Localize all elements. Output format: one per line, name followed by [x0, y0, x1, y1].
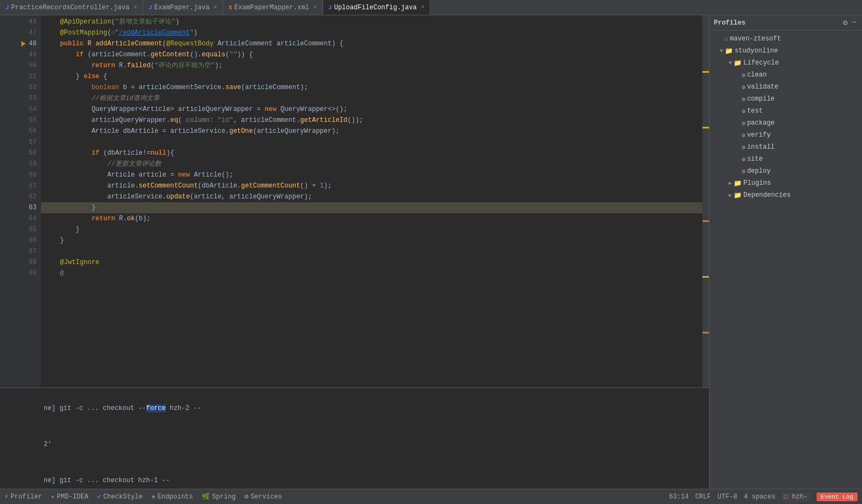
status-spring[interactable]: 🌿 Spring [202, 493, 236, 501]
tree-item-validate[interactable]: ⚙ validate [709, 81, 862, 93]
gear-icon: ⚙ [742, 72, 746, 79]
maven-tree[interactable]: ☑ maven-ztesoft ▼ 📁 studyonline ▼ 📁 Life… [709, 31, 862, 489]
expand-icon: ▶ [729, 192, 732, 198]
close-icon[interactable]: × [314, 4, 317, 10]
code-content[interactable]: @ApiOperation("新增文章贴子评论") @PostMapping(☉… [41, 15, 702, 388]
expand-icon: ▼ [720, 48, 723, 54]
close-icon[interactable]: × [214, 4, 217, 10]
code-line-47: @PostMapping(☉"/addArticleComment") [41, 27, 702, 38]
tree-item-package[interactable]: ⚙ package [709, 117, 862, 129]
gear-icon: ⚙ [742, 144, 746, 151]
code-line-48: public R addArticleComment(@RequestBody … [41, 38, 702, 49]
scrollbar-marker [702, 127, 709, 128]
line-ending[interactable]: CRLF [695, 493, 711, 501]
left-gutter [0, 15, 11, 388]
tab-label: ExamPaper.java [154, 4, 209, 11]
gear-icon: ⚙ [742, 120, 746, 127]
terminal-area: ne] git -c ... checkout --force hzh-2 --… [0, 388, 709, 489]
encoding-label: UTF-8 [718, 493, 737, 501]
scrollbar-marker [702, 71, 709, 73]
profiler-label: Profiler [10, 493, 42, 501]
tree-item-lifecycle[interactable]: ▼ 📁 Lifecycle [709, 57, 862, 69]
code-line-63: } [41, 202, 702, 213]
editor-scrollbar[interactable] [702, 15, 709, 388]
close-panel-icon[interactable]: − [851, 18, 858, 27]
status-profiler[interactable]: ⚡ Profiler [4, 493, 42, 501]
gear-icon: ⚙ [742, 156, 746, 163]
tab-label: ExamPaperMapper.xml [234, 4, 309, 11]
code-container: 46 47 48 49 50 51 52 53 54 55 56 57 58 5… [0, 15, 709, 388]
code-line-64: return R.ok(b); [41, 213, 702, 224]
terminal-line-1: ne] git -c ... checkout --force hzh-2 -- [4, 390, 705, 426]
code-line-54: QueryWrapper<Article> articleQueryWrappe… [41, 104, 702, 115]
right-panel: Profiles ⚙ − ☑ maven-ztesoft ▼ 📁 studyon… [709, 15, 862, 489]
settings-icon[interactable]: ⚙ [842, 18, 848, 27]
terminal-line-2: 2' [4, 426, 705, 462]
folder-icon: 📁 [734, 191, 742, 200]
code-line-50: return R.failed("评论内容不能为空"); [41, 60, 702, 71]
profiler-icon: ⚡ [4, 493, 8, 501]
panel-header: Profiles ⚙ − [709, 15, 862, 31]
code-line-52: boolean b = articleCommentService.save(a… [41, 82, 702, 93]
pmd-label: PMD-IDEA [57, 493, 89, 501]
code-line-67 [41, 246, 702, 257]
tree-item-verify[interactable]: ⚙ verify [709, 129, 862, 141]
tree-item-site[interactable]: ⚙ site [709, 153, 862, 165]
code-line-46: @ApiOperation("新增文章贴子评论") [41, 16, 702, 27]
status-endpoints[interactable]: ◈ Endpoints [151, 493, 193, 501]
tree-item-dependencies[interactable]: ▶ 📁 Dependencies [709, 189, 862, 201]
tree-item-maven-ztesoft[interactable]: ☑ maven-ztesoft [709, 33, 862, 45]
tab-practice-records[interactable]: J PracticeRecordsController.java × [0, 0, 143, 15]
panel-icons: ⚙ − [842, 18, 858, 27]
main-area: 46 47 48 49 50 51 52 53 54 55 56 57 58 5… [0, 15, 862, 489]
tree-item-install[interactable]: ⚙ install [709, 141, 862, 153]
code-line-59: //更新文章评论数 [41, 159, 702, 169]
tab-exam-paper-mapper[interactable]: X ExamPaperMapper.xml × [223, 0, 322, 15]
services-icon: ⚙ [244, 493, 248, 501]
status-checkstyle[interactable]: ✔ CheckStyle [97, 493, 143, 501]
close-icon[interactable]: × [134, 4, 137, 10]
tree-item-studyonline[interactable]: ▼ 📁 studyonline [709, 45, 862, 57]
status-bar: ⚡ Profiler ✦ PMD-IDEA ✔ CheckStyle ◈ End… [0, 489, 862, 504]
tab-exam-paper[interactable]: J ExamPaper.java × [143, 0, 223, 15]
code-line-55: articleQueryWrapper.eq( column: "id", ar… [41, 115, 702, 126]
indent-setting[interactable]: 4 spaces [744, 493, 776, 501]
encoding[interactable]: UTF-8 [718, 493, 737, 501]
expand-icon: ▼ [729, 60, 732, 66]
code-line-58: if (dbArticle!=null){ [41, 148, 702, 159]
folder-icon: 📁 [734, 179, 742, 187]
checkbox-icon: ☑ [724, 35, 728, 43]
event-log-button[interactable]: Event Log [817, 493, 858, 501]
cursor-position: 63:14 [669, 493, 689, 501]
close-icon[interactable]: × [421, 4, 424, 10]
spring-icon: 🌿 [202, 493, 210, 501]
services-label: Services [250, 493, 282, 501]
event-log-label: Event Log [821, 494, 853, 500]
endpoints-icon: ◈ [151, 493, 155, 501]
spring-label: Spring [212, 493, 236, 501]
tree-item-compile[interactable]: ⚙ compile [709, 93, 862, 105]
terminal-content: ne] git -c ... checkout --force hzh-2 --… [0, 388, 709, 489]
code-line-60: Article article = new Article(); [41, 169, 702, 180]
folder-icon: 📁 [725, 47, 733, 55]
status-services[interactable]: ⚙ Services [244, 493, 282, 501]
code-line-62: articleService.update(article, articleQu… [41, 191, 702, 202]
expand-icon: ▶ [729, 180, 732, 186]
gear-icon: ⚙ [742, 108, 746, 115]
terminal-line-3: ne] git -c ... checkout hzh-1 -- [4, 462, 705, 489]
tree-item-test[interactable]: ⚙ test [709, 105, 862, 117]
tab-upload-file-config[interactable]: J UploadFileConfig.java × [323, 0, 431, 15]
tab-icon: J [329, 4, 332, 11]
tree-item-clean[interactable]: ⚙ clean [709, 69, 862, 81]
tree-item-deploy[interactable]: ⚙ deploy [709, 165, 862, 177]
tab-icon: X [228, 4, 232, 11]
tab-label: UploadFileConfig.java [334, 4, 417, 11]
git-branch[interactable]: □ hzh- [782, 493, 810, 501]
code-line-51: } else { [41, 71, 702, 82]
scrollbar-marker [702, 332, 709, 333]
code-line-65: } [41, 224, 702, 235]
status-pmd[interactable]: ✦ PMD-IDEA [51, 493, 89, 501]
tree-item-plugins[interactable]: ▶ 📁 Plugins [709, 177, 862, 189]
code-line-68: @JwtIgnore [41, 257, 702, 268]
indent-label: 4 spaces [744, 493, 776, 501]
